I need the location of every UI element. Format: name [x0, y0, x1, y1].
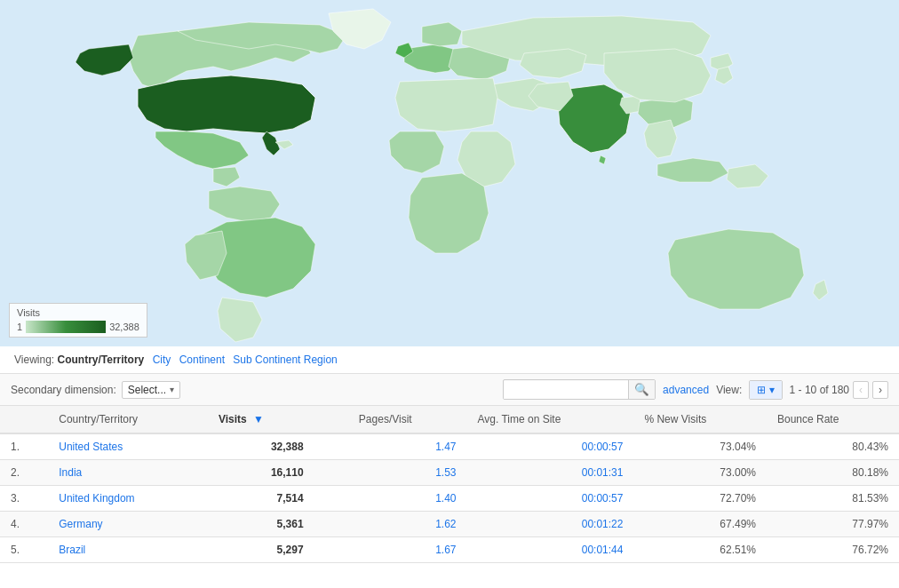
prev-page-button[interactable]: ‹: [853, 381, 869, 399]
search-box: 🔍: [503, 379, 656, 400]
th-visits[interactable]: Visits ▼: [208, 406, 314, 433]
controls-bar: Secondary dimension: Select... ▾ 🔍 advan…: [0, 374, 899, 406]
row-new-visits: 67.49%: [633, 512, 767, 537]
secondary-dimension-select[interactable]: Select... ▾: [122, 381, 180, 399]
advanced-link[interactable]: advanced: [663, 384, 709, 396]
row-avg-time: 00:00:57: [467, 433, 634, 460]
table-row: 1. United States 32,388 1.47 00:00:57 73…: [0, 433, 899, 460]
row-visits: 7,514: [208, 486, 314, 512]
row-new-visits: 73.00%: [633, 460, 767, 486]
map-legend: Visits 1 32,388: [9, 303, 147, 338]
pagination: 1 - 10 of 180 ‹ ›: [790, 381, 888, 399]
world-map: Visits 1 32,388: [0, 0, 899, 346]
pagination-text: 1 - 10 of 180: [790, 384, 849, 396]
country-link[interactable]: Germany: [59, 518, 102, 530]
right-controls: 🔍 advanced View: ⊞ ▾ 1 - 10 of 180 ‹ ›: [503, 379, 888, 400]
th-avg-time: Avg. Time on Site: [467, 406, 634, 433]
row-rank: 1.: [0, 433, 48, 460]
row-pages: 1.53: [348, 460, 467, 486]
th-spacer: [314, 406, 348, 433]
row-avg-time: 00:01:44: [467, 537, 634, 563]
viewing-active: Country/Territory: [57, 354, 144, 366]
viewing-subcontinent-link[interactable]: Sub Continent Region: [233, 354, 337, 366]
viewing-continent-link[interactable]: Continent: [179, 354, 225, 366]
row-bounce: 80.18%: [767, 460, 899, 486]
th-bounce: Bounce Rate: [767, 406, 899, 433]
chevron-down-icon: ▾: [170, 385, 174, 394]
row-bounce: 81.53%: [767, 486, 899, 512]
row-bounce: 77.97%: [767, 512, 899, 537]
row-bar: [314, 512, 348, 537]
row-new-visits: 73.04%: [633, 433, 767, 460]
data-table: Country/Territory Visits ▼ Pages/Visit A…: [0, 406, 899, 563]
legend-min: 1: [17, 322, 22, 332]
secondary-dimension-area: Secondary dimension: Select... ▾: [11, 381, 180, 399]
row-bar: [314, 460, 348, 486]
view-label: View:: [716, 384, 742, 396]
search-button[interactable]: 🔍: [628, 380, 655, 399]
row-pages: 1.67: [348, 537, 467, 563]
row-bar: [314, 537, 348, 563]
row-avg-time: 00:01:31: [467, 460, 634, 486]
row-avg-time: 00:01:22: [467, 512, 634, 537]
row-country: Brazil: [48, 537, 208, 563]
row-visits: 5,361: [208, 512, 314, 537]
view-toggle: ⊞ ▾: [749, 380, 782, 400]
row-avg-time: 00:00:57: [467, 486, 634, 512]
th-pages: Pages/Visit: [348, 406, 467, 433]
row-rank: 2.: [0, 460, 48, 486]
row-new-visits: 62.51%: [633, 537, 767, 563]
row-bar: [314, 486, 348, 512]
sort-arrow-icon: ▼: [253, 413, 264, 425]
next-page-button[interactable]: ›: [872, 381, 888, 399]
th-country: Country/Territory: [48, 406, 208, 433]
row-bounce: 80.43%: [767, 433, 899, 460]
row-country: United Kingdom: [48, 486, 208, 512]
viewing-label: Viewing:: [14, 354, 54, 366]
row-pages: 1.47: [348, 433, 467, 460]
viewing-bar: Viewing: Country/Territory City Continen…: [0, 346, 899, 374]
row-visits: 32,388: [208, 433, 314, 460]
row-visits: 16,110: [208, 460, 314, 486]
row-new-visits: 72.70%: [633, 486, 767, 512]
search-input[interactable]: [504, 381, 628, 399]
country-link[interactable]: United Kingdom: [59, 492, 134, 505]
viewing-city-link[interactable]: City: [153, 354, 171, 366]
legend-title: Visits: [17, 307, 139, 318]
row-visits: 5,297: [208, 537, 314, 563]
th-new-visits: % New Visits: [633, 406, 767, 433]
table-row: 3. United Kingdom 7,514 1.40 00:00:57 72…: [0, 486, 899, 512]
row-pages: 1.40: [348, 486, 467, 512]
grid-view-button[interactable]: ⊞ ▾: [750, 381, 781, 399]
th-rank: [0, 406, 48, 433]
row-country: United States: [48, 433, 208, 460]
country-link[interactable]: United States: [59, 441, 123, 453]
row-rank: 3.: [0, 486, 48, 512]
row-rank: 4.: [0, 512, 48, 537]
row-bounce: 76.72%: [767, 537, 899, 563]
row-rank: 5.: [0, 537, 48, 563]
secondary-dimension-label: Secondary dimension:: [11, 384, 116, 396]
table-row: 4. Germany 5,361 1.62 00:01:22 67.49% 77…: [0, 512, 899, 537]
row-country: India: [48, 460, 208, 486]
select-label: Select...: [128, 384, 166, 396]
legend-max: 32,388: [109, 322, 139, 332]
table-row: 5. Brazil 5,297 1.67 00:01:44 62.51% 76.…: [0, 537, 899, 563]
table-row: 2. India 16,110 1.53 00:01:31 73.00% 80.…: [0, 460, 899, 486]
row-country: Germany: [48, 512, 208, 537]
table-header-row: Country/Territory Visits ▼ Pages/Visit A…: [0, 406, 899, 433]
country-link[interactable]: India: [59, 466, 82, 479]
country-link[interactable]: Brazil: [59, 544, 85, 556]
legend-gradient: [26, 321, 106, 333]
row-pages: 1.62: [348, 512, 467, 537]
row-bar: [314, 433, 348, 460]
